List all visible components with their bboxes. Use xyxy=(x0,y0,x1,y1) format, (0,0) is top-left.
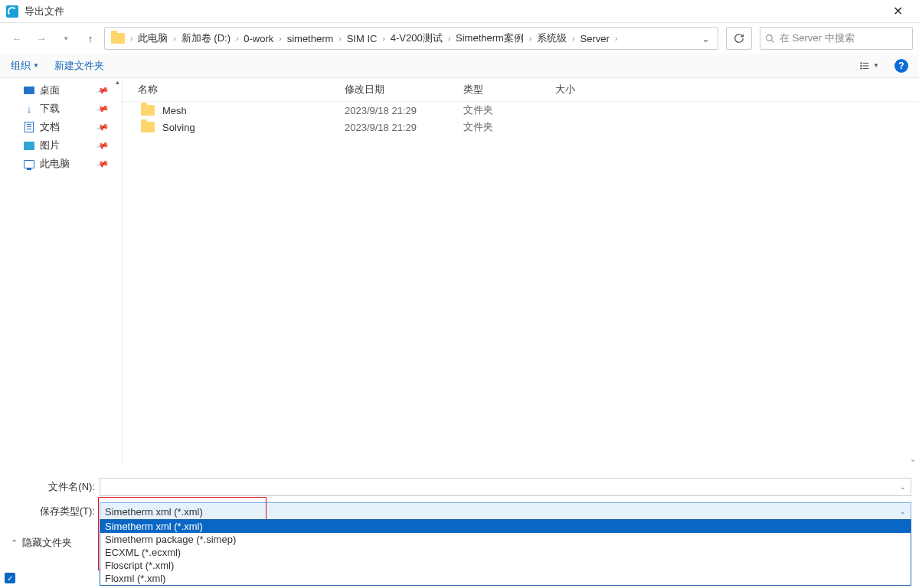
breadcrumb-segment[interactable]: 新加卷 (D:) xyxy=(178,31,234,45)
hide-folders-label: 隐藏文件夹 xyxy=(22,536,72,550)
sidebar-item-label: 此电脑 xyxy=(40,157,70,171)
savetype-option[interactable]: ECXML (*.ecxml) xyxy=(100,546,911,559)
breadcrumb-segment[interactable]: 系统级 xyxy=(534,31,570,45)
hide-folders-toggle[interactable]: ⌃ 隐藏文件夹 xyxy=(0,531,83,554)
chevron-right-icon: › xyxy=(128,34,135,43)
breadcrumb-segment[interactable]: Simetherm案例 xyxy=(453,31,527,45)
file-type: 文件夹 xyxy=(463,120,555,134)
file-date: 2023/9/18 21:29 xyxy=(345,122,463,133)
organize-menu[interactable]: 组织 ▼ xyxy=(11,59,39,73)
desktop-icon xyxy=(23,85,35,96)
pc-icon xyxy=(23,158,35,169)
chevron-up-icon: ⌃ xyxy=(11,538,18,548)
file-name: Mesh xyxy=(162,105,187,116)
savetype-option[interactable]: Simetherm package (*.simep) xyxy=(100,533,911,546)
address-bar[interactable]: › 此电脑›新加卷 (D:)›0-work›simetherm›SIM IC›4… xyxy=(104,27,718,50)
savetype-option[interactable]: Floscript (*.xml) xyxy=(100,559,911,572)
search-placeholder: 在 Server 中搜索 xyxy=(780,31,855,45)
folder-icon xyxy=(111,33,125,44)
breadcrumb-segment[interactable]: 此电脑 xyxy=(135,31,171,45)
savetype-label: 保存类型(T): xyxy=(8,505,100,518)
chevron-right-icon: › xyxy=(380,34,387,43)
organize-label: 组织 xyxy=(11,59,31,73)
pin-icon[interactable]: 📌 xyxy=(96,83,110,97)
sidebar-item-label: 桌面 xyxy=(40,83,60,97)
breadcrumb-segment[interactable]: simetherm xyxy=(284,33,337,44)
title-bar: 导出文件 ✕ xyxy=(0,0,919,23)
chevron-right-icon: › xyxy=(234,34,240,43)
recent-dropdown[interactable]: ▾ xyxy=(55,28,77,49)
breadcrumb-segment[interactable]: 0-work xyxy=(240,33,276,44)
savetype-dropdown[interactable]: Simetherm xml (*.xml)Simetherm package (… xyxy=(100,519,911,586)
list-icon xyxy=(858,60,871,71)
chevron-right-icon: › xyxy=(446,34,453,43)
chevron-right-icon: › xyxy=(171,34,178,43)
sidebar-item[interactable]: 图片📌 xyxy=(0,136,122,155)
refresh-button[interactable] xyxy=(726,27,752,50)
pin-icon[interactable]: 📌 xyxy=(96,102,110,116)
search-input[interactable]: 在 Server 中搜索 xyxy=(760,27,913,50)
file-name: Solving xyxy=(162,122,195,133)
chevron-down-icon: ▼ xyxy=(33,62,39,69)
nav-bar: ← → ▾ ↑ › 此电脑›新加卷 (D:)›0-work›simetherm›… xyxy=(0,23,919,54)
sidebar-item[interactable]: 桌面📌 xyxy=(0,81,122,100)
chevron-right-icon: › xyxy=(570,34,577,43)
svg-point-6 xyxy=(861,65,862,66)
sidebar-item[interactable]: ↓下载📌 xyxy=(0,100,122,118)
view-options-button[interactable]: ▼ xyxy=(858,60,879,71)
body: ▴ 桌面📌↓下载📌文档📌图片📌此电脑📌 名称 修改日期 类型 大小 Mesh20… xyxy=(0,78,919,465)
checkbox[interactable]: ✓ xyxy=(5,573,15,583)
folder-icon xyxy=(141,105,155,116)
toolbar: 组织 ▼ 新建文件夹 ▼ ? xyxy=(0,54,919,78)
col-size[interactable]: 大小 xyxy=(555,83,616,96)
help-button[interactable]: ? xyxy=(894,59,908,73)
back-button[interactable]: ← xyxy=(6,28,28,49)
chevron-down-icon: ▼ xyxy=(873,62,879,69)
chevron-down-icon: ⌄ xyxy=(910,455,916,465)
sidebar-item[interactable]: 此电脑📌 xyxy=(0,155,122,173)
forward-button[interactable]: → xyxy=(31,28,52,49)
chevron-down-icon[interactable]: ⌄ xyxy=(900,508,906,515)
svg-point-0 xyxy=(767,34,773,41)
scrollbar[interactable]: ⌄ xyxy=(907,78,919,465)
chevron-right-icon: › xyxy=(276,34,283,43)
pin-icon[interactable]: 📌 xyxy=(96,120,110,134)
app-icon xyxy=(6,5,18,18)
col-name[interactable]: 名称 xyxy=(138,83,345,96)
sidebar-item-label: 文档 xyxy=(40,120,60,134)
savetype-option[interactable]: Simetherm xml (*.xml) xyxy=(100,520,911,533)
new-folder-button[interactable]: 新建文件夹 xyxy=(54,59,104,73)
bottom-panel: 文件名(N): ⌄ 保存类型(T): Simetherm xml (*.xml)… xyxy=(0,475,919,588)
savetype-option[interactable]: Floxml (*.xml) xyxy=(100,572,911,585)
chevron-down-icon[interactable]: ⌄ xyxy=(900,483,906,491)
folder-icon xyxy=(141,122,155,132)
filename-label: 文件名(N): xyxy=(8,480,100,494)
file-date: 2023/9/18 21:29 xyxy=(345,105,463,116)
sidebar-item[interactable]: 文档📌 xyxy=(0,118,122,136)
doc-icon xyxy=(23,122,35,132)
close-button[interactable]: ✕ xyxy=(882,4,913,18)
svg-point-7 xyxy=(861,67,862,68)
breadcrumb-segment[interactable]: Server xyxy=(577,33,613,44)
svg-point-5 xyxy=(861,62,862,63)
address-dropdown[interactable]: ⌄ xyxy=(696,33,715,44)
col-date[interactable]: 修改日期 xyxy=(345,83,463,96)
pic-icon xyxy=(23,140,35,151)
file-list: 名称 修改日期 类型 大小 Mesh2023/9/18 21:29文件夹Solv… xyxy=(123,78,919,465)
filename-input[interactable]: ⌄ xyxy=(100,478,911,496)
savetype-select[interactable]: Simetherm xml (*.xml) ⌄ xyxy=(100,502,911,521)
chevron-right-icon: › xyxy=(613,34,620,43)
breadcrumb-segment[interactable]: SIM IC xyxy=(344,33,381,44)
column-headers: 名称 修改日期 类型 大小 xyxy=(123,78,919,102)
search-icon xyxy=(765,34,775,44)
col-type[interactable]: 类型 xyxy=(463,83,555,96)
pin-icon[interactable]: 📌 xyxy=(96,157,110,171)
breadcrumb-segment[interactable]: 4-V200测试 xyxy=(388,31,446,45)
chevron-right-icon: › xyxy=(527,34,534,43)
sidebar: ▴ 桌面📌↓下载📌文档📌图片📌此电脑📌 xyxy=(0,78,123,465)
sidebar-item-label: 图片 xyxy=(40,139,60,152)
file-row[interactable]: Mesh2023/9/18 21:29文件夹 xyxy=(123,102,919,119)
up-button[interactable]: ↑ xyxy=(80,28,101,49)
file-row[interactable]: Solving2023/9/18 21:29文件夹 xyxy=(123,119,919,136)
pin-icon[interactable]: 📌 xyxy=(96,139,110,152)
